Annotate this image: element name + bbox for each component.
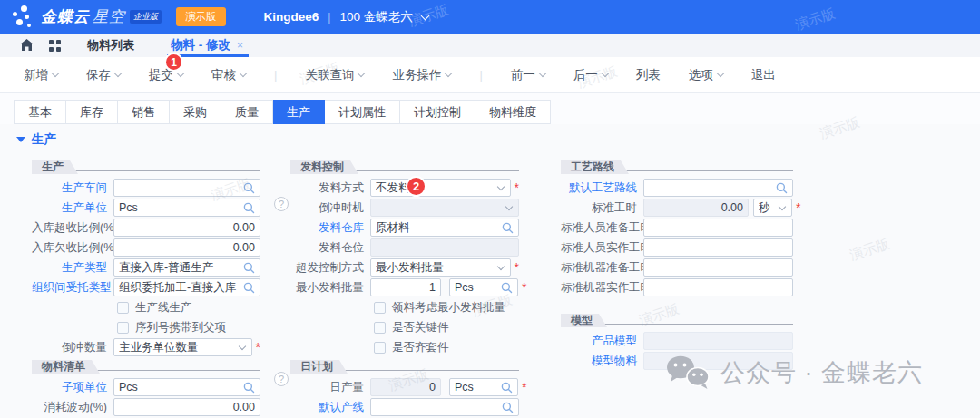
field-control: 组织委托加工-直接入库 (113, 278, 260, 296)
toolbar-button-3[interactable]: 审核 (211, 67, 246, 83)
step-badge-1: 1 (164, 53, 183, 72)
toolbar-button-6[interactable]: 业务操作 (392, 67, 451, 83)
number-input[interactable]: 0.00 (113, 238, 260, 257)
tab-material-edit[interactable]: 物料 - 修改 × (169, 34, 249, 57)
form-field-row: 标准机器准备工时 (561, 258, 793, 277)
checkbox[interactable] (117, 322, 129, 334)
field-label: 发料仓库 (290, 220, 370, 236)
form-field-row: 序列号携带到父项 (32, 317, 260, 337)
help-icon[interactable]: ? (274, 197, 289, 211)
form-field-row: 产品模型 (561, 331, 793, 351)
field-value: 组织委托加工-直接入库 (119, 280, 240, 296)
field-control: 原材料 (370, 219, 519, 237)
select-input[interactable]: 最小发料批量 (370, 258, 511, 277)
chevron-down-icon (496, 263, 504, 270)
number-input[interactable]: 0.00 (113, 398, 260, 416)
form-tab-2[interactable]: 销售 (118, 100, 170, 124)
field-label: 子项单位 (32, 380, 113, 395)
demo-watermark: 演示版 (848, 236, 892, 265)
text-input[interactable] (643, 219, 793, 237)
username: Kingdee6 (264, 10, 319, 24)
toolbar-button-8[interactable]: 前一 (511, 67, 545, 83)
chevron-down-icon (240, 70, 247, 77)
form-field-row: 默认工艺路线 (561, 178, 793, 198)
group-header-label: 物料清单 (32, 360, 100, 374)
field-control (643, 219, 793, 237)
lookup-input[interactable]: 组织委托加工-直接入库 (113, 278, 260, 296)
field-control: 0.00 (113, 238, 260, 257)
tab-material-list[interactable]: 物料列表 (87, 37, 134, 53)
field-label: 生产单位 (32, 200, 113, 216)
select-input[interactable]: 不发料 (370, 179, 511, 197)
field-label: 倒冲时机 (290, 200, 370, 216)
toolbar-button-9[interactable]: 后一 (573, 67, 608, 83)
toolbar-button-11[interactable]: 选项 (689, 67, 723, 83)
toolbar-button-12[interactable]: 退出 (751, 67, 776, 83)
chevron-down-icon (114, 70, 122, 77)
lookup-input[interactable]: 原材料 (370, 219, 519, 237)
menu-grid-icon[interactable] (49, 40, 61, 52)
text-input[interactable] (643, 258, 793, 277)
form-tab-1[interactable]: 库存 (66, 100, 118, 124)
field-label: 组织间受托类型 (32, 280, 113, 296)
lookup-input[interactable] (113, 179, 260, 197)
lookup-input[interactable]: Pcs (113, 378, 260, 396)
home-icon[interactable] (20, 39, 34, 52)
chevron-down-icon[interactable] (420, 11, 429, 20)
form-tab-0[interactable]: 基本 (14, 100, 66, 124)
chevron-down-icon (779, 203, 786, 210)
organization-name: 100 金蝶老六 (339, 9, 412, 25)
form-tab-5[interactable]: 生产 (273, 100, 325, 124)
field-value: 直接入库-普通生产 (119, 260, 240, 276)
text-input[interactable] (643, 238, 793, 257)
field-label: 标准机器准备工时 (561, 260, 643, 276)
quantity-input[interactable]: 0 (370, 378, 441, 396)
toolbar-button-0[interactable]: 新增 (24, 67, 58, 83)
lookup-input[interactable]: Pcs (113, 199, 260, 217)
form-field-row: 日产量0Pcs* (290, 377, 519, 397)
checkbox[interactable] (374, 342, 386, 354)
demo-version-badge: 演示版 (176, 7, 226, 26)
form-field-row: 标准人员实作工时 (561, 238, 793, 258)
form-tab-4[interactable]: 质量 (221, 100, 273, 124)
edition-badge: 企业版 (130, 10, 162, 24)
checkbox[interactable] (374, 302, 386, 314)
group-header: 物料清单 (32, 357, 260, 371)
form-tab-3[interactable]: 采购 (170, 100, 221, 124)
unit-lookup-input[interactable]: Pcs (449, 278, 518, 296)
help-icon[interactable]: ? (274, 372, 289, 386)
toolbar-button-10[interactable]: 列表 (636, 67, 661, 83)
text-input[interactable] (643, 278, 793, 296)
lookup-input[interactable] (370, 398, 519, 416)
unit-lookup-input[interactable]: Pcs (449, 378, 518, 396)
number-input[interactable]: 0.00 (113, 219, 260, 237)
quantity-input[interactable]: 1 (370, 278, 441, 296)
close-icon[interactable]: × (237, 39, 243, 52)
toolbar-button-5[interactable]: 关联查询 (305, 67, 364, 83)
form-tab-7[interactable]: 计划控制 (400, 100, 475, 124)
toolbar-button-1[interactable]: 保存 (86, 67, 121, 83)
select-input[interactable]: 主业务单位数量 (113, 338, 252, 356)
checkbox-label: 生产线生产 (135, 300, 192, 316)
unit-select[interactable]: 秒 (753, 199, 792, 217)
field-value: 主业务单位数量 (119, 340, 236, 355)
form-tab-6[interactable]: 计划属性 (325, 100, 400, 124)
tab-material-edit-label: 物料 - 修改 (171, 37, 230, 53)
field-control (370, 398, 519, 416)
field-value: Pcs (119, 381, 240, 394)
wechat-watermark-text: 公众号 · 金蝶老六 (720, 356, 923, 389)
required-star: * (514, 183, 519, 192)
magnifier-icon (243, 282, 255, 294)
field-control: 0.00秒* (643, 199, 800, 217)
lookup-input[interactable]: 直接入库-普通生产 (113, 258, 260, 277)
field-control (643, 238, 793, 257)
form-field-row: 最小发料批量1Pcs* (290, 277, 519, 297)
section-header-production[interactable]: 生产 (16, 131, 980, 148)
chevron-down-icon (602, 70, 609, 77)
checkbox[interactable] (117, 302, 129, 314)
field-control (643, 278, 793, 296)
group-header-label: 发料控制 (290, 160, 358, 174)
lookup-input[interactable] (643, 179, 793, 197)
form-tab-8[interactable]: 物料维度 (475, 100, 551, 124)
checkbox[interactable] (374, 322, 386, 334)
